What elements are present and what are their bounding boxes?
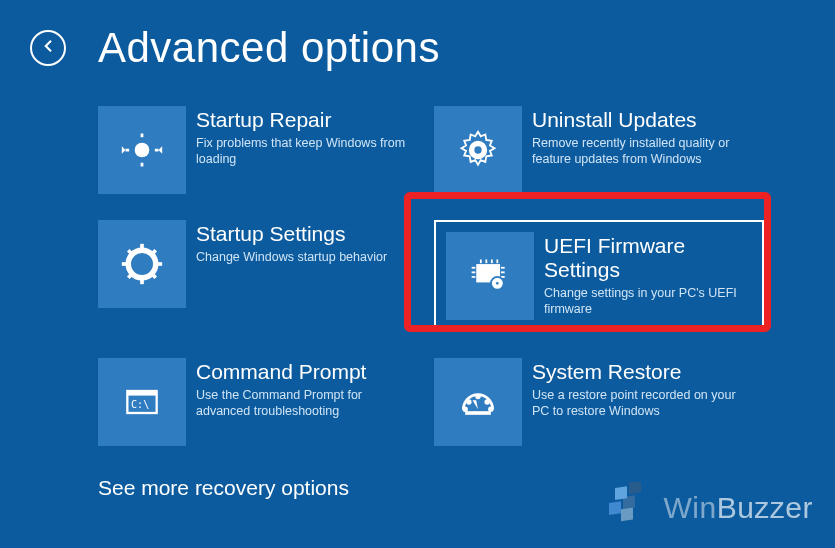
tile-title: Uninstall Updates: [532, 108, 742, 132]
svg-marker-31: [473, 400, 479, 409]
tile-title: Command Prompt: [196, 360, 406, 384]
tile-desc: Use a restore point recorded on your PC …: [532, 388, 742, 419]
svg-point-29: [486, 401, 489, 404]
gear-icon: [434, 106, 522, 194]
svg-line-7: [152, 274, 156, 278]
svg-rect-33: [609, 501, 621, 515]
svg-point-28: [477, 395, 480, 398]
winbuzzer-logo-icon: [601, 482, 657, 534]
back-button[interactable]: [30, 30, 66, 66]
tile-title: UEFI Firmware Settings: [544, 234, 742, 282]
back-arrow-icon: [39, 37, 57, 59]
see-more-recovery-options-link[interactable]: See more recovery options: [98, 476, 349, 500]
tile-startup-settings[interactable]: Startup Settings Change Windows startup …: [98, 220, 428, 332]
svg-rect-34: [623, 495, 635, 509]
svg-text:C:\: C:\: [131, 399, 149, 410]
svg-point-22: [495, 281, 500, 286]
gear-icon: [98, 220, 186, 308]
svg-rect-32: [465, 411, 491, 415]
tile-startup-repair[interactable]: Startup Repair Fix problems that keep Wi…: [98, 106, 428, 194]
svg-rect-37: [621, 508, 633, 522]
svg-point-30: [489, 408, 492, 411]
tile-command-prompt[interactable]: C:\ Command Prompt Use the Command Promp…: [98, 358, 428, 446]
tile-uefi-firmware-settings[interactable]: UEFI Firmware Settings Change settings i…: [434, 220, 764, 332]
svg-line-9: [152, 250, 156, 254]
tile-desc: Fix problems that keep Windows from load…: [196, 136, 406, 167]
svg-point-26: [464, 408, 467, 411]
tile-uninstall-updates[interactable]: Uninstall Updates Remove recently instal…: [434, 106, 764, 194]
svg-rect-24: [127, 391, 156, 396]
tile-system-restore[interactable]: System Restore Use a restore point recor…: [434, 358, 764, 446]
tile-title: Startup Settings: [196, 222, 387, 246]
svg-rect-35: [615, 486, 627, 500]
watermark: WinBuzzer: [601, 482, 813, 534]
startup-repair-icon: [98, 106, 186, 194]
tile-desc: Change settings in your PC's UEFI firmwa…: [544, 286, 742, 317]
svg-line-8: [128, 274, 132, 278]
options-grid: Startup Repair Fix problems that keep Wi…: [0, 72, 835, 446]
svg-point-27: [467, 401, 470, 404]
watermark-text: WinBuzzer: [663, 491, 813, 525]
page-title: Advanced options: [98, 24, 440, 72]
tile-title: System Restore: [532, 360, 742, 384]
tile-title: Startup Repair: [196, 108, 406, 132]
restore-gauge-icon: [434, 358, 522, 446]
svg-point-0: [135, 143, 150, 158]
svg-line-6: [128, 250, 132, 254]
svg-point-1: [137, 259, 148, 270]
command-prompt-icon: C:\: [98, 358, 186, 446]
tile-desc: Remove recently installed quality or fea…: [532, 136, 742, 167]
svg-rect-36: [629, 482, 641, 494]
firmware-chip-icon: [446, 232, 534, 320]
tile-desc: Change Windows startup behavior: [196, 250, 387, 266]
tile-desc: Use the Command Prompt for advanced trou…: [196, 388, 406, 419]
